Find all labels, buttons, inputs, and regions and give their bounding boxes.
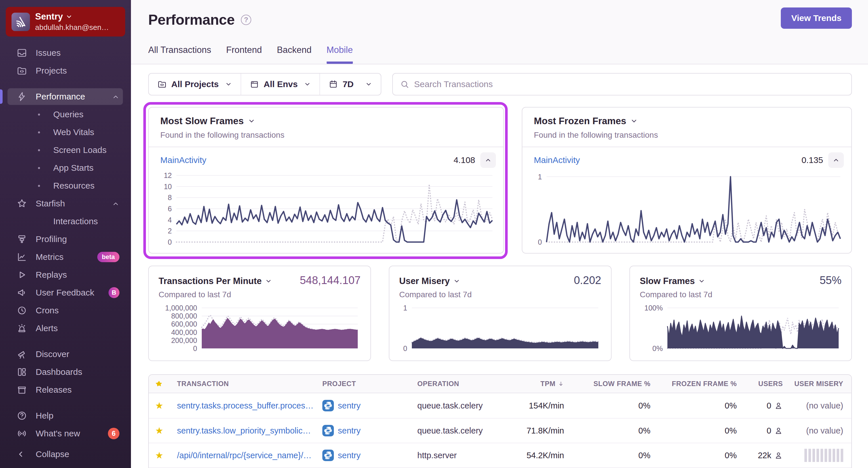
sidebar-item-help[interactable]: Help	[0, 407, 131, 425]
environments-filter[interactable]: All Envs	[241, 74, 319, 95]
column-header-user-misery[interactable]: USER MISERY	[783, 380, 843, 388]
sidebar-item-web-vitals[interactable]: Web Vitals	[0, 123, 131, 141]
sidebar-item-issues[interactable]: Issues	[0, 44, 131, 62]
sidebar-item-label: User Feedback	[36, 288, 94, 298]
widget-charts-row: Most Slow Frames Found in the following …	[148, 107, 852, 254]
collapse-chart-button[interactable]	[480, 153, 496, 168]
most-slow-frames-title[interactable]: Most Slow Frames	[160, 115, 492, 127]
slow-frame-cell: 0%	[564, 401, 650, 410]
tab-all-transactions[interactable]: All Transactions	[148, 45, 211, 64]
y-axis-tick: 1	[399, 304, 407, 312]
most-frozen-frames-title[interactable]: Most Frozen Frames	[534, 115, 840, 127]
tab-mobile[interactable]: Mobile	[327, 45, 353, 64]
column-header-slow-frame-[interactable]: SLOW FRAME %	[564, 380, 650, 388]
view-trends-button[interactable]: View Trends	[781, 7, 852, 29]
column-header-operation[interactable]: OPERATION	[417, 380, 509, 388]
y-axis-tick: 400,000	[159, 328, 197, 336]
column-header-tpm[interactable]: TPM	[509, 380, 564, 388]
sidebar-item-label: Web Vitals	[53, 127, 94, 137]
slow-frames-value: 55%	[820, 274, 841, 287]
sidebar-item-starfish[interactable]: Starfish	[0, 195, 131, 212]
star-toggle[interactable]: ★	[155, 425, 177, 436]
org-name: Sentry	[35, 11, 109, 22]
tab-frontend[interactable]: Frontend	[226, 45, 262, 64]
operation-cell: queue.task.celery	[417, 426, 509, 436]
tab-backend[interactable]: Backend	[277, 45, 312, 64]
transaction-link[interactable]: MainActivity	[160, 155, 206, 165]
column-header-transaction[interactable]: TRANSACTION	[177, 380, 322, 388]
sidebar-item-interactions[interactable]: Interactions	[0, 212, 131, 230]
sidebar-item-profiling[interactable]: Profiling	[0, 230, 131, 248]
bullet-icon	[38, 113, 40, 115]
y-axis-tick: 0	[399, 344, 407, 353]
column-header-frozen-frame-[interactable]: FROZEN FRAME %	[650, 380, 737, 388]
filter-bar: All Projects All Envs 7D	[148, 73, 852, 95]
chevron-up-icon	[833, 157, 839, 164]
user-misery-title[interactable]: User Misery	[399, 276, 460, 286]
sidebar-item-replays[interactable]: Replays	[0, 266, 131, 284]
most-frozen-frames-subtitle: Found in the following transactions	[534, 131, 840, 140]
collapse-chart-button[interactable]	[828, 153, 844, 168]
transaction-link[interactable]: /api/0/internal/rpc/{service_name}/{me…	[177, 451, 322, 460]
most-slow-frames-chart: 121086420	[160, 171, 495, 249]
sidebar-item-projects[interactable]: Projects	[0, 62, 131, 80]
page-header: Performance ? View Trends All Transactio…	[131, 0, 868, 64]
column-header-users[interactable]: USERS	[737, 380, 783, 388]
table-row: ★/api/0/internal/rpc/{service_name}/{me……	[149, 443, 851, 467]
sidebar-item-user-feedback[interactable]: User FeedbackB	[0, 284, 131, 302]
sidebar-item-performance[interactable]: Performance	[0, 88, 131, 105]
slow-frames-chart: 100%0%	[640, 303, 841, 355]
lightning-icon	[17, 92, 27, 102]
chevron-up-icon	[112, 93, 119, 101]
projects-filter[interactable]: All Projects	[149, 74, 241, 95]
project-link[interactable]: sentry	[322, 425, 417, 436]
sidebar-item-app-starts[interactable]: App Starts	[0, 159, 131, 177]
column-header-project[interactable]: PROJECT	[322, 380, 417, 388]
chevron-down-icon	[66, 13, 72, 20]
sidebar-item-what-s-new[interactable]: What's new6	[0, 425, 131, 442]
sidebar-item-crons[interactable]: Crons	[0, 302, 131, 320]
users-cell: 22k	[737, 451, 783, 460]
y-axis-tick: 100%	[640, 304, 663, 312]
sidebar-item-metrics[interactable]: Metricsbeta	[0, 248, 131, 266]
chevron-down-icon	[304, 81, 311, 88]
chevron-down-icon	[630, 117, 638, 125]
date-range-filter[interactable]: 7D	[319, 74, 380, 95]
column-header-star[interactable]	[155, 380, 177, 388]
star-toggle[interactable]: ★	[155, 400, 177, 411]
project-link[interactable]: sentry	[322, 449, 417, 461]
sidebar-item-resources[interactable]: Resources	[0, 177, 131, 195]
tpm-title[interactable]: Transactions Per Minute	[159, 276, 272, 286]
org-switcher[interactable]: Sentry abdullah.khan@sen…	[6, 7, 125, 36]
chart-canvas	[534, 171, 843, 248]
sidebar-item-label: Profiling	[36, 234, 67, 244]
sidebar-item-discover[interactable]: Discover	[0, 345, 131, 363]
metric-cards-row: Transactions Per Minute 548,144.107 Comp…	[148, 266, 852, 361]
table-header: TRANSACTIONPROJECTOPERATIONTPMSLOW FRAME…	[149, 375, 851, 393]
sidebar-item-alerts[interactable]: Alerts	[0, 320, 131, 337]
window-icon	[250, 80, 259, 89]
transaction-link[interactable]: sentry.tasks.low_priority_symbolication.…	[177, 426, 322, 436]
project-link[interactable]: sentry	[322, 400, 417, 411]
slow-frames-title[interactable]: Slow Frames	[640, 276, 705, 286]
transaction-link[interactable]: MainActivity	[534, 155, 580, 165]
misery-value: (no value)	[806, 401, 843, 410]
search-input[interactable]	[414, 79, 844, 89]
frozen-frame-cell: 0%	[650, 401, 737, 410]
help-icon[interactable]: ?	[241, 15, 251, 25]
sidebar-item-label: Screen Loads	[53, 145, 106, 155]
sidebar-item-screen-loads[interactable]: Screen Loads	[0, 141, 131, 159]
sidebar-collapse-button[interactable]: Collapse	[0, 445, 131, 463]
search-box	[392, 73, 852, 95]
y-axis-tick: 0	[534, 238, 542, 246]
chevron-left-icon	[17, 450, 25, 459]
projects-icon	[17, 66, 27, 76]
sidebar-item-label: Projects	[36, 66, 67, 76]
collapse-label: Collapse	[36, 449, 69, 459]
sidebar-item-releases[interactable]: Releases	[0, 381, 131, 399]
sidebar-item-queries[interactable]: Queries	[0, 105, 131, 123]
sidebar-item-dashboards[interactable]: Dashboards	[0, 363, 131, 381]
star-toggle[interactable]: ★	[155, 450, 177, 461]
tpm-chart: 1,000,000800,000600,000400,000200,0000	[159, 303, 361, 355]
transaction-link[interactable]: sentry.tasks.process_buffer.process_incr	[177, 401, 322, 410]
